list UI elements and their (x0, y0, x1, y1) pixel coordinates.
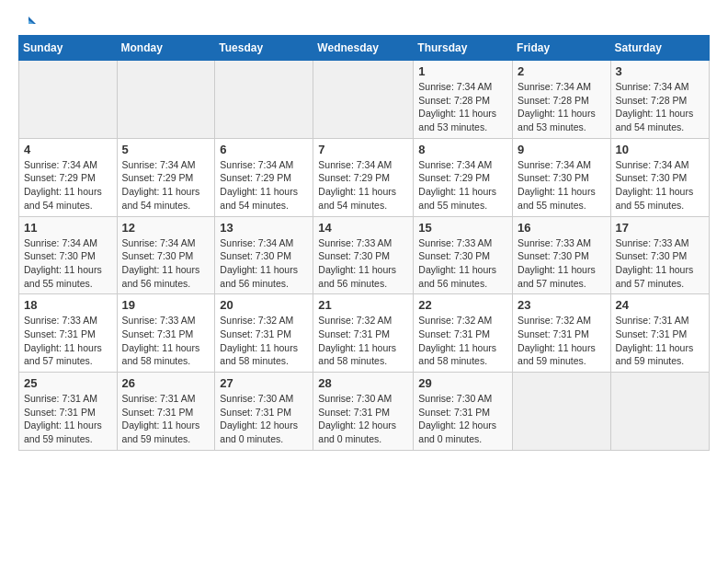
day-info: Sunrise: 7:34 AM Sunset: 7:30 PM Dayligh… (24, 236, 112, 291)
calendar-cell: 28Sunrise: 7:30 AM Sunset: 7:31 PM Dayli… (313, 373, 414, 451)
day-info: Sunrise: 7:34 AM Sunset: 7:29 PM Dayligh… (122, 158, 210, 213)
day-number: 22 (418, 298, 507, 312)
day-info: Sunrise: 7:34 AM Sunset: 7:29 PM Dayligh… (24, 158, 112, 213)
day-info: Sunrise: 7:32 AM Sunset: 7:31 PM Dayligh… (418, 314, 507, 368)
day-info: Sunrise: 7:30 AM Sunset: 7:31 PM Dayligh… (318, 392, 408, 446)
calendar-cell: 15Sunrise: 7:33 AM Sunset: 7:30 PM Dayli… (414, 216, 513, 294)
calendar-cell: 5Sunrise: 7:34 AM Sunset: 7:29 PM Daylig… (117, 138, 215, 216)
day-info: Sunrise: 7:34 AM Sunset: 7:30 PM Dayligh… (518, 158, 606, 213)
day-number: 12 (122, 221, 210, 235)
day-info: Sunrise: 7:34 AM Sunset: 7:28 PM Dayligh… (616, 80, 704, 134)
day-number: 23 (518, 298, 606, 312)
day-info: Sunrise: 7:33 AM Sunset: 7:30 PM Dayligh… (518, 236, 606, 291)
calendar-cell: 6Sunrise: 7:34 AM Sunset: 7:29 PM Daylig… (215, 138, 313, 216)
day-number: 5 (122, 143, 210, 156)
calendar-cell: 17Sunrise: 7:33 AM Sunset: 7:30 PM Dayli… (610, 216, 709, 294)
calendar-cell: 16Sunrise: 7:33 AM Sunset: 7:30 PM Dayli… (513, 216, 611, 294)
calendar-cell (513, 373, 611, 451)
calendar-cell: 14Sunrise: 7:33 AM Sunset: 7:30 PM Dayli… (313, 216, 414, 294)
day-number: 29 (418, 376, 507, 390)
calendar-cell: 8Sunrise: 7:34 AM Sunset: 7:29 PM Daylig… (414, 138, 513, 216)
day-info: Sunrise: 7:34 AM Sunset: 7:28 PM Dayligh… (418, 80, 507, 134)
day-number: 16 (518, 221, 606, 235)
day-number: 3 (616, 64, 704, 78)
calendar-cell: 11Sunrise: 7:34 AM Sunset: 7:30 PM Dayli… (19, 216, 118, 294)
calendar-cell (215, 61, 313, 139)
calendar-week-row: 1Sunrise: 7:34 AM Sunset: 7:28 PM Daylig… (19, 61, 710, 139)
calendar-week-row: 18Sunrise: 7:33 AM Sunset: 7:31 PM Dayli… (19, 294, 710, 373)
day-number: 7 (318, 143, 408, 156)
day-info: Sunrise: 7:34 AM Sunset: 7:29 PM Dayligh… (418, 158, 507, 213)
day-info: Sunrise: 7:33 AM Sunset: 7:31 PM Dayligh… (24, 314, 112, 368)
calendar-cell: 27Sunrise: 7:30 AM Sunset: 7:31 PM Dayli… (215, 373, 313, 451)
calendar-cell: 25Sunrise: 7:31 AM Sunset: 7:31 PM Dayli… (19, 373, 118, 451)
calendar-week-row: 4Sunrise: 7:34 AM Sunset: 7:29 PM Daylig… (19, 138, 710, 216)
calendar-cell: 18Sunrise: 7:33 AM Sunset: 7:31 PM Dayli… (19, 294, 118, 373)
column-header-friday: Friday (513, 36, 611, 61)
day-number: 1 (418, 64, 507, 78)
day-number: 10 (616, 143, 704, 156)
day-info: Sunrise: 7:30 AM Sunset: 7:31 PM Dayligh… (418, 392, 507, 446)
day-info: Sunrise: 7:31 AM Sunset: 7:31 PM Dayligh… (616, 314, 704, 368)
calendar-cell: 29Sunrise: 7:30 AM Sunset: 7:31 PM Dayli… (414, 373, 513, 451)
calendar-cell: 4Sunrise: 7:34 AM Sunset: 7:29 PM Daylig… (19, 138, 118, 216)
logo (18, 15, 36, 28)
calendar-cell (313, 61, 414, 139)
calendar-cell: 9Sunrise: 7:34 AM Sunset: 7:30 PM Daylig… (513, 138, 611, 216)
day-info: Sunrise: 7:32 AM Sunset: 7:31 PM Dayligh… (518, 314, 606, 368)
column-header-wednesday: Wednesday (313, 36, 414, 61)
day-info: Sunrise: 7:30 AM Sunset: 7:31 PM Dayligh… (220, 392, 308, 446)
calendar-cell: 1Sunrise: 7:34 AM Sunset: 7:28 PM Daylig… (414, 61, 513, 139)
day-info: Sunrise: 7:33 AM Sunset: 7:31 PM Dayligh… (122, 314, 210, 368)
calendar-cell: 12Sunrise: 7:34 AM Sunset: 7:30 PM Dayli… (117, 216, 215, 294)
day-number: 15 (418, 221, 507, 235)
day-info: Sunrise: 7:32 AM Sunset: 7:31 PM Dayligh… (220, 314, 308, 368)
day-info: Sunrise: 7:33 AM Sunset: 7:30 PM Dayligh… (418, 236, 507, 291)
day-number: 13 (220, 221, 308, 235)
day-number: 20 (220, 298, 308, 312)
calendar-cell: 23Sunrise: 7:32 AM Sunset: 7:31 PM Dayli… (513, 294, 611, 373)
calendar-week-row: 25Sunrise: 7:31 AM Sunset: 7:31 PM Dayli… (19, 373, 710, 451)
column-header-saturday: Saturday (610, 36, 709, 61)
calendar-cell: 13Sunrise: 7:34 AM Sunset: 7:30 PM Dayli… (215, 216, 313, 294)
calendar-cell: 26Sunrise: 7:31 AM Sunset: 7:31 PM Dayli… (117, 373, 215, 451)
day-info: Sunrise: 7:34 AM Sunset: 7:30 PM Dayligh… (122, 236, 210, 291)
day-info: Sunrise: 7:34 AM Sunset: 7:28 PM Dayligh… (518, 80, 606, 134)
column-header-monday: Monday (117, 36, 215, 61)
day-info: Sunrise: 7:31 AM Sunset: 7:31 PM Dayligh… (122, 392, 210, 446)
page-header (18, 15, 710, 28)
day-number: 17 (616, 221, 704, 235)
calendar-cell: 10Sunrise: 7:34 AM Sunset: 7:30 PM Dayli… (610, 138, 709, 216)
day-number: 6 (220, 143, 308, 156)
day-number: 25 (24, 376, 112, 390)
day-info: Sunrise: 7:34 AM Sunset: 7:30 PM Dayligh… (220, 236, 308, 291)
day-number: 9 (518, 143, 606, 156)
day-number: 21 (318, 298, 408, 312)
calendar-cell: 3Sunrise: 7:34 AM Sunset: 7:28 PM Daylig… (610, 61, 709, 139)
day-info: Sunrise: 7:32 AM Sunset: 7:31 PM Dayligh… (318, 314, 408, 368)
column-header-sunday: Sunday (19, 36, 118, 61)
calendar-cell (19, 61, 118, 139)
calendar-week-row: 11Sunrise: 7:34 AM Sunset: 7:30 PM Dayli… (19, 216, 710, 294)
day-number: 14 (318, 221, 408, 235)
calendar-cell (610, 373, 709, 451)
calendar-cell (117, 61, 215, 139)
day-number: 24 (616, 298, 704, 312)
day-number: 4 (24, 143, 112, 156)
day-info: Sunrise: 7:34 AM Sunset: 7:29 PM Dayligh… (318, 158, 408, 213)
calendar-cell: 22Sunrise: 7:32 AM Sunset: 7:31 PM Dayli… (414, 294, 513, 373)
calendar-header-row: SundayMondayTuesdayWednesdayThursdayFrid… (19, 36, 710, 61)
day-info: Sunrise: 7:33 AM Sunset: 7:30 PM Dayligh… (616, 236, 704, 291)
day-number: 19 (122, 298, 210, 312)
day-number: 2 (518, 64, 606, 78)
calendar-cell: 24Sunrise: 7:31 AM Sunset: 7:31 PM Dayli… (610, 294, 709, 373)
day-number: 11 (24, 221, 112, 235)
day-number: 27 (220, 376, 308, 390)
day-number: 8 (418, 143, 507, 156)
column-header-tuesday: Tuesday (215, 36, 313, 61)
logo-bird-icon (19, 15, 36, 31)
calendar-cell: 21Sunrise: 7:32 AM Sunset: 7:31 PM Dayli… (313, 294, 414, 373)
day-number: 26 (122, 376, 210, 390)
day-number: 18 (24, 298, 112, 312)
calendar-cell: 2Sunrise: 7:34 AM Sunset: 7:28 PM Daylig… (513, 61, 611, 139)
